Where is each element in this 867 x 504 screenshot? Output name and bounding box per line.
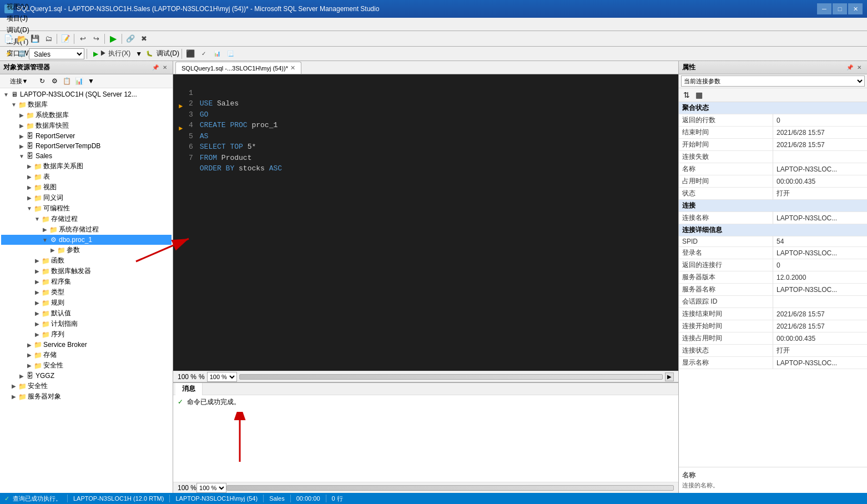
oe-connect-btn[interactable]: 连接▼ bbox=[2, 75, 36, 87]
query-tab[interactable]: SQLQuery1.sql -...3SLOC1H\myj (54))* ✕ bbox=[175, 62, 301, 74]
menu-item-V[interactable]: 视图(V) bbox=[2, 1, 35, 13]
tab-close-btn[interactable]: ✕ bbox=[290, 64, 295, 72]
tree-node-reportservertemp[interactable]: ▶🗄ReportServerTempDB bbox=[1, 141, 172, 151]
tree-node-security2[interactable]: ▶📁安全性 bbox=[1, 381, 172, 391]
tree-node-serviceBroker[interactable]: ▶📁Service Broker bbox=[1, 340, 172, 350]
expand-btn-reportservertemp[interactable]: ▶ bbox=[18, 142, 26, 150]
tree-node-procedures[interactable]: ▼📁存储过程 bbox=[1, 214, 172, 224]
tree-node-views[interactable]: ▶📁视图 bbox=[1, 182, 172, 193]
tree-node-functions[interactable]: ▶📁函数 bbox=[1, 255, 172, 266]
parse-btn[interactable]: ✓ bbox=[198, 48, 210, 60]
maximize-button[interactable]: □ bbox=[833, 3, 847, 14]
tree-node-sales[interactable]: ▼🗄Sales bbox=[1, 151, 172, 161]
query-editor[interactable]: ► ► 1 2 3 4 5 6 7 USE Sales GO CRE bbox=[173, 74, 678, 371]
connect-btn[interactable]: 🔗 bbox=[124, 33, 137, 45]
expand-btn-reportserver[interactable]: ▶ bbox=[18, 132, 26, 140]
redo-btn[interactable]: ↪ bbox=[90, 33, 102, 45]
code-content[interactable]: USE Sales GO CREATE PROC proc_1 AS SELEC… bbox=[200, 77, 674, 369]
zoom-selector[interactable]: 100 % bbox=[207, 372, 237, 382]
tree-node-security[interactable]: ▶📁安全性 bbox=[1, 360, 172, 371]
oe-close-btn[interactable]: ✕ bbox=[160, 64, 169, 72]
tree-node-system-db[interactable]: ▶📁系统数据库 bbox=[1, 110, 172, 120]
expand-btn-procedures[interactable]: ▼ bbox=[33, 215, 41, 223]
text-btn[interactable]: 📃 bbox=[224, 48, 236, 60]
tree-node-defaults[interactable]: ▶📁默认值 bbox=[1, 308, 172, 319]
expand-btn-sequences[interactable]: ▶ bbox=[33, 331, 41, 339]
expand-btn-triggers[interactable]: ▶ bbox=[33, 268, 41, 275]
tree-node-params[interactable]: ▶📁参数 bbox=[1, 245, 172, 255]
messages-tab[interactable]: 消息 bbox=[175, 383, 203, 395]
new-query-btn2[interactable]: 📝 bbox=[59, 33, 72, 45]
tree-node-storage[interactable]: ▶📁存储 bbox=[1, 350, 172, 360]
tree-node-assemblies[interactable]: ▶📁程序集 bbox=[1, 276, 172, 287]
new-query-btn[interactable]: 📄 bbox=[2, 33, 14, 45]
expand-btn-diagrams[interactable]: ▶ bbox=[26, 163, 33, 170]
expand-btn-functions[interactable]: ▶ bbox=[33, 257, 41, 265]
tree-node-rules[interactable]: ▶📁规则 bbox=[1, 298, 172, 308]
expand-btn-system-db[interactable]: ▶ bbox=[18, 112, 26, 119]
tree-node-diagrams[interactable]: ▶📁数据库关系图 bbox=[1, 161, 172, 172]
tree-node-reportserver[interactable]: ▶🗄ReportServer bbox=[1, 131, 172, 141]
execute-button[interactable]: ▶ ▶ 执行(X) bbox=[89, 48, 134, 60]
expand-btn-yggz[interactable]: ▶ bbox=[18, 372, 26, 380]
expand-btn-synonyms[interactable]: ▶ bbox=[26, 194, 33, 202]
database-selector[interactable]: Sales bbox=[29, 48, 84, 59]
tree-node-planGuides[interactable]: ▶📁计划指南 bbox=[1, 319, 172, 329]
tree-node-system-procs[interactable]: ▶📁系统存储过程 bbox=[1, 224, 172, 235]
expand-btn-assemblies[interactable]: ▶ bbox=[33, 278, 41, 286]
expand-btn-programmability[interactable]: ▼ bbox=[26, 205, 33, 213]
prop-pin-btn[interactable]: 📌 bbox=[845, 64, 854, 72]
save-btn[interactable]: 💾 bbox=[29, 33, 41, 45]
prop-cat-btn[interactable]: ▦ bbox=[693, 89, 704, 100]
undo-btn[interactable]: ↩ bbox=[77, 33, 89, 45]
tree-node-server[interactable]: ▼🖥LAPTOP-N3SLOC1H (SQL Server 12... bbox=[1, 89, 172, 99]
save-all-btn[interactable]: 🗂 bbox=[42, 33, 54, 45]
tree-node-types[interactable]: ▶📁类型 bbox=[1, 287, 172, 298]
oe-reports-btn[interactable]: 📊 bbox=[73, 75, 84, 87]
scroll-right-btn[interactable]: ▶ bbox=[665, 372, 674, 381]
expand-btn-planGuides[interactable]: ▶ bbox=[33, 320, 41, 328]
expand-btn-views[interactable]: ▶ bbox=[26, 184, 33, 191]
oe-more-btn[interactable]: ▼ bbox=[85, 75, 97, 87]
tree-node-databases[interactable]: ▼📁数据库 bbox=[1, 99, 172, 110]
expand-btn-defaults[interactable]: ▶ bbox=[33, 310, 41, 317]
editor-scrollbar[interactable] bbox=[239, 374, 663, 380]
prop-selector[interactable]: 当前连接参数 bbox=[681, 75, 865, 87]
tree-node-programmability[interactable]: ▼📁可编程性 bbox=[1, 203, 172, 214]
tree-node-snapshots[interactable]: ▶📁数据库快照 bbox=[1, 120, 172, 131]
expand-btn-storage[interactable]: ▶ bbox=[26, 351, 33, 359]
results-zoom-selector[interactable]: 100 % bbox=[196, 483, 226, 493]
expand-btn-tables[interactable]: ▶ bbox=[26, 173, 33, 181]
prop-close-btn[interactable]: ✕ bbox=[855, 64, 864, 72]
results-btn[interactable]: 📊 bbox=[211, 48, 223, 60]
expand-btn-security[interactable]: ▶ bbox=[26, 362, 33, 370]
tree-node-tables[interactable]: ▶📁表 bbox=[1, 172, 172, 182]
expand-btn-params[interactable]: ▶ bbox=[49, 246, 57, 254]
expand-btn-serviceBroker[interactable]: ▶ bbox=[26, 341, 33, 349]
oe-pin-btn[interactable]: 📌 bbox=[151, 64, 160, 72]
close-button[interactable]: ✕ bbox=[848, 3, 863, 14]
minimize-button[interactable]: ─ bbox=[817, 3, 831, 14]
tree-node-synonyms[interactable]: ▶📁同义词 bbox=[1, 193, 172, 203]
expand-btn-sales[interactable]: ▼ bbox=[18, 152, 26, 160]
debug-btn[interactable]: 🐛 bbox=[143, 48, 155, 60]
expand-btn-types[interactable]: ▶ bbox=[33, 289, 41, 296]
tree-node-yggz[interactable]: ▶🗄YGGZ bbox=[1, 371, 172, 381]
oe-refresh-btn[interactable]: ↻ bbox=[37, 75, 48, 87]
tb2-btn1[interactable]: ⚡ bbox=[2, 48, 14, 60]
disconnect-btn[interactable]: ✖ bbox=[138, 33, 150, 45]
menu-item-J[interactable]: 项目(J) bbox=[2, 13, 35, 24]
oe-filter-btn[interactable]: ⚙ bbox=[49, 75, 60, 87]
run-btn[interactable]: ▶ bbox=[107, 33, 119, 45]
expand-btn-server-objects[interactable]: ▶ bbox=[10, 393, 18, 401]
expand-btn-dbo-proc1[interactable]: ▼ bbox=[41, 236, 49, 244]
tb2-btn2[interactable]: 🔤 bbox=[16, 48, 28, 60]
tree-node-server-objects[interactable]: ▶📁服务器对象 bbox=[1, 391, 172, 402]
prop-sort-btn[interactable]: ⇅ bbox=[681, 89, 692, 100]
expand-btn-server[interactable]: ▼ bbox=[2, 90, 10, 98]
expand-btn-snapshots[interactable]: ▶ bbox=[18, 122, 26, 130]
open-btn[interactable]: 📂 bbox=[16, 33, 28, 45]
expand-btn-system-procs[interactable]: ▶ bbox=[41, 226, 49, 234]
expand-btn-security2[interactable]: ▶ bbox=[10, 382, 18, 390]
results-scrollbar[interactable] bbox=[226, 485, 674, 491]
